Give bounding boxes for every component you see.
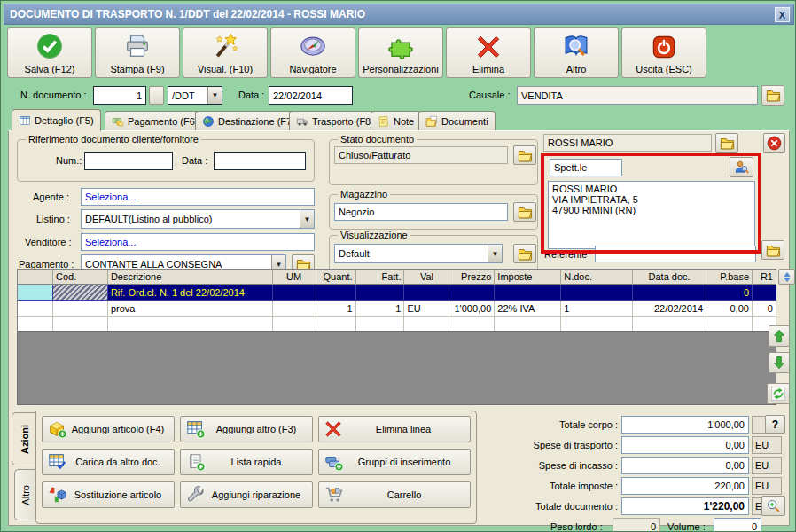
load-from-doc-button[interactable]: Carica da altro doc. [42, 449, 175, 475]
replace-article-button[interactable]: Sostituzione articolo [42, 481, 175, 508]
agente-field[interactable]: Seleziona... [81, 188, 315, 206]
reference-num-field[interactable] [84, 152, 173, 170]
referente-folder-button[interactable] [761, 240, 784, 260]
referente-field[interactable] [595, 246, 756, 262]
zoom-total-button[interactable] [761, 496, 785, 516]
customer-remove-button[interactable] [763, 133, 785, 153]
save-button[interactable]: Salva (F12) [7, 27, 92, 78]
other-button[interactable]: Altro [534, 27, 619, 78]
table-cell[interactable]: 1 [316, 301, 356, 317]
column-header[interactable]: Descrizione [108, 270, 273, 285]
magazzino-field[interactable]: Negozio [334, 203, 508, 221]
exit-button[interactable]: Uscita (ESC) [621, 27, 706, 78]
document-number-spinner-button[interactable] [149, 86, 164, 105]
add-article-button[interactable]: Aggiungi articolo (F4) [42, 416, 175, 442]
row-selector-cell[interactable] [18, 301, 53, 317]
actions-tab-azioni[interactable]: Azioni [12, 412, 36, 466]
table-cell[interactable]: 1 [356, 301, 405, 317]
table-cell[interactable]: 1'000,00 [449, 301, 495, 317]
refresh-button[interactable] [767, 383, 790, 404]
column-header[interactable]: Quant. [316, 270, 356, 285]
preview-button[interactable]: Visual. (F10) [183, 27, 268, 78]
table-cell[interactable] [561, 285, 633, 301]
venditore-field[interactable]: Seleziona... [81, 233, 315, 251]
table-cell[interactable]: EU [404, 301, 449, 317]
table-cell[interactable]: 22% IVA [495, 301, 561, 317]
delete-button[interactable]: Elimina [446, 27, 531, 78]
table-cell[interactable]: prova [108, 301, 273, 317]
add-repair-button[interactable]: Aggiungi riparazione [180, 481, 313, 508]
visualizzazione-folder-button[interactable] [513, 244, 536, 263]
reference-date-field[interactable] [214, 152, 306, 170]
tab-destinazione[interactable]: Destinazione (F7) [195, 111, 302, 131]
listino-dropdown[interactable]: DEFAULT(Listino al pubblico)▼ [81, 209, 315, 229]
volume-field[interactable]: 0 [714, 518, 761, 532]
tab-documenti[interactable]: Documenti [418, 111, 496, 131]
table-cell[interactable] [404, 285, 449, 301]
add-other-button[interactable]: Aggiungi altro (F3) [180, 416, 313, 442]
sort-updown-button[interactable] [778, 269, 795, 285]
tab-pagamento[interactable]: Pagamento (F6) [105, 111, 205, 131]
table-cell[interactable] [633, 285, 706, 301]
table-cell[interactable]: 0,00 [706, 301, 753, 317]
table-cell[interactable] [53, 301, 108, 317]
table-cell[interactable]: 0 [706, 285, 753, 301]
tab-note[interactable]: Note [371, 111, 421, 131]
insert-groups-button[interactable]: Gruppi di inserimento [318, 449, 471, 475]
table-cell[interactable]: Rif. Ord.cl. N. 1 del 22/02/2014 [108, 285, 273, 301]
customer-folder-button[interactable] [715, 133, 738, 153]
table-cell[interactable] [273, 285, 316, 301]
column-header[interactable]: Cod. [53, 270, 108, 285]
column-header[interactable] [18, 270, 53, 285]
quick-list-button[interactable]: Lista rapida [180, 449, 313, 475]
chevron-down-icon[interactable]: ▼ [300, 210, 314, 228]
spese-trasporto-field[interactable]: 0,00 [621, 436, 749, 454]
tab-dettaglio[interactable]: Dettaglio (F5) [12, 109, 101, 131]
customizations-button[interactable]: Personalizzazioni [358, 27, 443, 78]
move-row-up-button[interactable] [769, 325, 790, 347]
customer-address-box[interactable]: ROSSI MARIO VIA IMPIETRATA, 5 47900 RIMI… [548, 181, 755, 249]
tab-trasporto[interactable]: Trasporto (F8) [289, 111, 381, 131]
column-header[interactable]: Fatt. [356, 270, 405, 285]
table-cell[interactable] [316, 285, 356, 301]
table-cell[interactable] [449, 285, 495, 301]
peso-lordo-field[interactable]: 0 [613, 518, 660, 532]
column-header[interactable]: N.doc. [561, 270, 633, 285]
window-close-button[interactable]: X [775, 7, 790, 22]
column-header[interactable]: UM [273, 270, 316, 285]
magazzino-folder-button[interactable] [513, 202, 536, 222]
actions-tab-altro[interactable]: Altro [14, 469, 36, 520]
cart-button[interactable]: Carrello [318, 481, 471, 508]
spese-incasso-field[interactable]: 0,00 [621, 457, 749, 474]
chevron-down-icon[interactable]: ▼ [207, 87, 222, 104]
table-cell[interactable]: 0 [753, 301, 776, 317]
row-selector-cell[interactable] [18, 285, 53, 301]
table-cell[interactable] [753, 285, 776, 301]
column-header[interactable]: Data doc. [633, 270, 706, 285]
table-row[interactable]: prova 1 1 EU 1'000,00 22% IVA 1 22/02/20… [18, 301, 776, 317]
print-button[interactable]: Stampa (F9) [95, 27, 180, 78]
table-cell[interactable] [273, 301, 316, 317]
delete-line-button[interactable]: Elimina linea [318, 416, 471, 442]
navigator-button[interactable]: Navigatore [270, 27, 355, 78]
customer-search-button[interactable] [730, 157, 753, 177]
table-cell[interactable]: 22/02/2014 [633, 301, 706, 317]
salutation-field[interactable]: Spett.le [550, 159, 622, 176]
move-row-down-button[interactable] [769, 352, 790, 373]
customer-name-field[interactable]: ROSSI MARIO [543, 134, 712, 152]
column-header[interactable]: Val [404, 270, 449, 285]
table-cell[interactable] [53, 285, 108, 301]
column-header[interactable]: R1 [753, 270, 776, 285]
document-date-field[interactable]: 22/02/2014 [269, 86, 353, 105]
help-button[interactable]: ? [765, 415, 785, 434]
document-type-dropdown[interactable]: /DDT▼ [168, 86, 222, 105]
causale-field[interactable]: VENDITA [517, 86, 758, 105]
table-cell[interactable] [356, 285, 405, 301]
document-number-field[interactable]: 1 [93, 86, 146, 105]
stato-folder-button[interactable] [513, 145, 536, 165]
table-cell[interactable] [495, 285, 561, 301]
table-row-selected[interactable]: Rif. Ord.cl. N. 1 del 22/02/2014 0 [18, 285, 776, 301]
column-header[interactable]: P.base [706, 270, 753, 285]
table-cell[interactable]: 1 [561, 301, 633, 317]
visualizzazione-dropdown[interactable]: Default▼ [334, 244, 503, 263]
